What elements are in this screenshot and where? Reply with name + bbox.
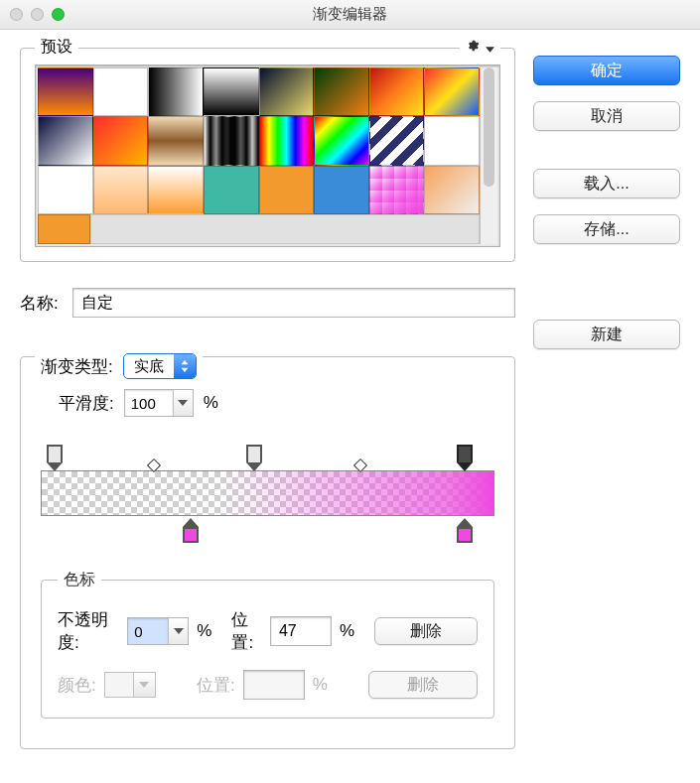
midpoint-handle[interactable] <box>149 460 159 470</box>
presets-menu-button[interactable] <box>460 39 500 57</box>
position-input[interactable] <box>270 616 332 646</box>
name-input[interactable] <box>72 288 515 318</box>
opacity-unit: % <box>197 621 211 641</box>
delete-color-stop-button: 删除 <box>368 671 478 699</box>
color-stop[interactable] <box>183 518 199 543</box>
select-arrows-icon <box>174 354 196 378</box>
position-unit: % <box>340 621 354 641</box>
opacity-value[interactable] <box>128 618 168 644</box>
smoothness-input[interactable] <box>124 389 194 417</box>
preset-swatch[interactable] <box>204 166 259 214</box>
traffic-close[interactable] <box>10 8 23 21</box>
position2-label: 位置: <box>197 674 235 697</box>
traffic-minimize[interactable] <box>31 8 44 21</box>
gradient-preview <box>42 471 493 515</box>
name-label: 名称: <box>20 292 59 315</box>
stops-fieldset: 色标 不透明度: % <box>41 570 494 718</box>
preset-swatch[interactable] <box>148 67 204 116</box>
scrollbar-thumb[interactable] <box>484 67 494 187</box>
preset-swatch[interactable] <box>148 166 204 214</box>
color-label: 颜色: <box>58 674 96 697</box>
position2-input <box>243 670 305 700</box>
preset-swatch[interactable] <box>93 67 149 116</box>
gradient-editor[interactable] <box>41 445 494 544</box>
preset-swatch[interactable] <box>314 67 369 116</box>
load-button[interactable]: 载入... <box>533 169 680 198</box>
preset-swatch[interactable] <box>314 116 369 165</box>
traffic-zoom[interactable] <box>52 8 65 21</box>
gear-icon <box>466 39 480 53</box>
preset-swatch[interactable] <box>38 214 90 244</box>
position-label: 位置: <box>231 608 261 654</box>
presets-scrollbar[interactable] <box>480 67 497 244</box>
preset-swatch[interactable] <box>259 166 315 214</box>
smoothness-label: 平滑度: <box>59 392 114 415</box>
preset-swatch[interactable] <box>38 116 93 165</box>
chevron-down-icon <box>178 400 188 406</box>
preset-swatch[interactable] <box>38 67 93 116</box>
new-button[interactable]: 新建 <box>533 320 680 349</box>
preset-swatch[interactable] <box>148 116 204 165</box>
position2-unit: % <box>313 675 328 695</box>
color-swatch <box>104 672 134 698</box>
save-button[interactable]: 存储... <box>533 214 680 244</box>
preset-swatch[interactable] <box>314 166 369 214</box>
opacity-dropdown[interactable] <box>168 618 188 644</box>
midpoint-handle[interactable] <box>355 460 365 470</box>
chevron-down-icon <box>139 682 149 688</box>
smoothness-dropdown[interactable] <box>173 390 193 416</box>
preset-swatch[interactable] <box>204 67 259 116</box>
opacity-stop[interactable] <box>47 445 63 462</box>
gradient-type-select[interactable]: 实底 <box>123 353 197 379</box>
opacity-stop[interactable] <box>246 445 262 462</box>
preset-swatch[interactable] <box>259 116 315 165</box>
preset-swatch[interactable] <box>369 116 425 165</box>
stops-legend: 色标 <box>58 570 101 590</box>
gradient-bar[interactable] <box>41 470 494 516</box>
preset-swatch[interactable] <box>93 116 149 165</box>
preset-swatch[interactable] <box>369 166 425 214</box>
preset-swatch[interactable] <box>93 166 149 214</box>
titlebar: 渐变编辑器 <box>0 0 700 30</box>
chevron-down-icon <box>174 628 184 634</box>
cancel-button[interactable]: 取消 <box>533 101 680 131</box>
window-title: 渐变编辑器 <box>0 5 700 24</box>
opacity-label: 不透明度: <box>58 608 119 654</box>
delete-opacity-stop-button[interactable]: 删除 <box>374 617 478 645</box>
preset-swatch[interactable] <box>369 67 425 116</box>
preset-swatch[interactable] <box>259 67 315 116</box>
preset-swatch[interactable] <box>424 166 480 214</box>
opacity-input[interactable] <box>127 617 189 645</box>
gradient-fieldset: . 渐变类型: 实底 平滑度: <box>20 347 515 749</box>
gradient-type-value: 实底 <box>124 357 174 376</box>
presets-grid <box>35 65 500 247</box>
chevron-down-icon <box>486 47 494 53</box>
color-swatch-dropdown <box>134 672 156 698</box>
gradient-type-label: 渐变类型: <box>41 355 113 378</box>
color-stop[interactable] <box>457 518 473 543</box>
presets-label: 预设 <box>35 37 78 58</box>
color-swatch-picker <box>104 672 156 698</box>
preset-swatch[interactable] <box>38 166 93 214</box>
presets-fieldset: 预设 <box>20 48 515 262</box>
preset-swatch[interactable] <box>204 116 259 165</box>
ok-button[interactable]: 确定 <box>533 56 680 85</box>
preset-swatch[interactable] <box>424 67 480 116</box>
opacity-stop[interactable] <box>457 445 473 462</box>
smoothness-value[interactable] <box>125 390 173 416</box>
preset-swatch[interactable] <box>424 116 480 165</box>
smoothness-unit: % <box>204 393 218 413</box>
presets-filler <box>90 214 480 244</box>
